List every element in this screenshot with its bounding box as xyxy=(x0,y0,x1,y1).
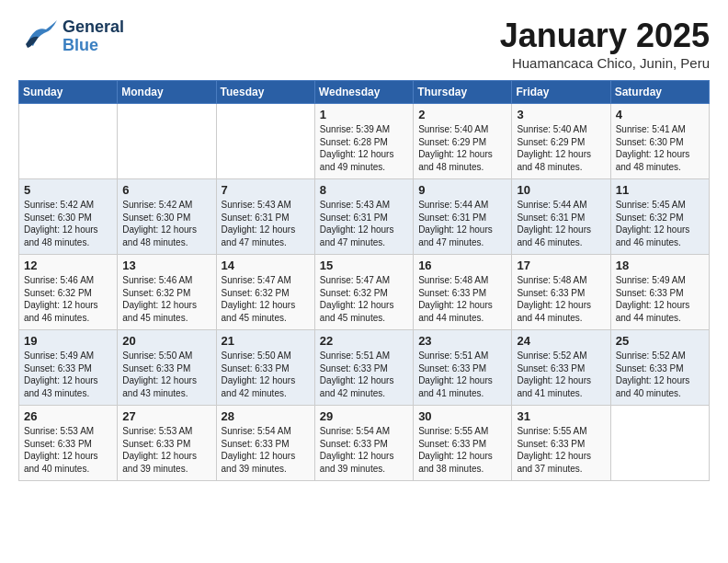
cell-w4-d3: 21Sunrise: 5:50 AMSunset: 6:33 PMDayligh… xyxy=(216,330,314,406)
cell-info: Sunrise: 5:49 AMSunset: 6:33 PMDaylight:… xyxy=(24,350,112,399)
day-number: 3 xyxy=(517,108,605,121)
day-number: 19 xyxy=(24,334,112,348)
cell-w5-d4: 29Sunrise: 5:54 AMSunset: 6:33 PMDayligh… xyxy=(314,406,413,481)
day-number: 31 xyxy=(517,409,605,423)
cell-w5-d6: 31Sunrise: 5:55 AMSunset: 6:33 PMDayligh… xyxy=(512,406,610,481)
day-number: 24 xyxy=(517,334,605,348)
cell-w1-d2 xyxy=(118,104,216,179)
day-number: 21 xyxy=(222,334,310,348)
cell-w4-d1: 19Sunrise: 5:49 AMSunset: 6:33 PMDayligh… xyxy=(19,330,118,406)
cell-w3-d4: 15Sunrise: 5:47 AMSunset: 6:32 PMDayligh… xyxy=(314,255,413,330)
calendar-table: Sunday Monday Tuesday Wednesday Thursday… xyxy=(18,80,710,481)
cell-w4-d6: 24Sunrise: 5:52 AMSunset: 6:33 PMDayligh… xyxy=(512,330,610,406)
month-title: January 2025 xyxy=(500,17,710,55)
col-tuesday: Tuesday xyxy=(216,81,314,104)
cell-info: Sunrise: 5:54 AMSunset: 6:33 PMDaylight:… xyxy=(320,425,408,475)
cell-info: Sunrise: 5:55 AMSunset: 6:33 PMDaylight:… xyxy=(517,425,605,475)
cell-info: Sunrise: 5:45 AMSunset: 6:32 PMDaylight:… xyxy=(616,199,704,248)
cell-info: Sunrise: 5:52 AMSunset: 6:33 PMDaylight:… xyxy=(616,350,704,399)
page: General Blue January 2025 Huamancaca Chi… xyxy=(0,0,728,563)
col-sunday: Sunday xyxy=(19,81,118,104)
cell-info: Sunrise: 5:44 AMSunset: 6:31 PMDaylight:… xyxy=(517,199,605,248)
cell-w1-d1 xyxy=(19,104,118,179)
day-number: 15 xyxy=(320,259,408,272)
day-number: 26 xyxy=(24,409,112,423)
day-number: 23 xyxy=(418,334,506,348)
cell-w5-d2: 27Sunrise: 5:53 AMSunset: 6:33 PMDayligh… xyxy=(118,406,216,481)
day-number: 5 xyxy=(24,183,112,197)
logo-blue-text: Blue xyxy=(63,37,124,55)
cell-w3-d3: 14Sunrise: 5:47 AMSunset: 6:32 PMDayligh… xyxy=(216,255,314,330)
day-number: 13 xyxy=(122,259,210,272)
day-number: 8 xyxy=(320,183,408,197)
cell-info: Sunrise: 5:47 AMSunset: 6:32 PMDaylight:… xyxy=(222,274,310,324)
day-number: 14 xyxy=(222,259,310,272)
cell-info: Sunrise: 5:50 AMSunset: 6:33 PMDaylight:… xyxy=(122,350,210,399)
cell-w5-d7 xyxy=(610,406,709,481)
day-number: 2 xyxy=(418,108,506,121)
col-saturday: Saturday xyxy=(610,81,709,104)
cell-info: Sunrise: 5:44 AMSunset: 6:31 PMDaylight:… xyxy=(418,199,506,248)
cell-info: Sunrise: 5:46 AMSunset: 6:32 PMDaylight:… xyxy=(24,274,112,324)
cell-w3-d1: 12Sunrise: 5:46 AMSunset: 6:32 PMDayligh… xyxy=(19,255,118,330)
cell-w4-d7: 25Sunrise: 5:52 AMSunset: 6:33 PMDayligh… xyxy=(610,330,709,406)
cell-w1-d4: 1Sunrise: 5:39 AMSunset: 6:28 PMDaylight… xyxy=(314,104,413,179)
cell-info: Sunrise: 5:48 AMSunset: 6:33 PMDaylight:… xyxy=(517,274,605,324)
cell-info: Sunrise: 5:53 AMSunset: 6:33 PMDaylight:… xyxy=(24,425,112,475)
day-number: 25 xyxy=(616,334,704,348)
cell-info: Sunrise: 5:40 AMSunset: 6:29 PMDaylight:… xyxy=(517,123,605,173)
cell-w1-d6: 3Sunrise: 5:40 AMSunset: 6:29 PMDaylight… xyxy=(512,104,610,179)
cell-w2-d4: 8Sunrise: 5:43 AMSunset: 6:31 PMDaylight… xyxy=(314,179,413,255)
title-block: January 2025 Huamancaca Chico, Junin, Pe… xyxy=(500,17,710,71)
subtitle: Huamancaca Chico, Junin, Peru xyxy=(500,55,710,71)
day-number: 29 xyxy=(320,409,408,423)
cell-info: Sunrise: 5:51 AMSunset: 6:33 PMDaylight:… xyxy=(320,350,408,399)
col-wednesday: Wednesday xyxy=(314,81,413,104)
cell-info: Sunrise: 5:48 AMSunset: 6:33 PMDaylight:… xyxy=(418,274,506,324)
cell-info: Sunrise: 5:49 AMSunset: 6:33 PMDaylight:… xyxy=(616,274,704,324)
cell-w3-d7: 18Sunrise: 5:49 AMSunset: 6:33 PMDayligh… xyxy=(610,255,709,330)
cell-w5-d5: 30Sunrise: 5:55 AMSunset: 6:33 PMDayligh… xyxy=(414,406,512,481)
cell-info: Sunrise: 5:42 AMSunset: 6:30 PMDaylight:… xyxy=(24,199,112,248)
cell-w4-d2: 20Sunrise: 5:50 AMSunset: 6:33 PMDayligh… xyxy=(118,330,216,406)
cell-w2-d7: 11Sunrise: 5:45 AMSunset: 6:32 PMDayligh… xyxy=(610,179,709,255)
cell-w3-d6: 17Sunrise: 5:48 AMSunset: 6:33 PMDayligh… xyxy=(512,255,610,330)
cell-info: Sunrise: 5:47 AMSunset: 6:32 PMDaylight:… xyxy=(320,274,408,324)
day-number: 16 xyxy=(418,259,506,272)
cell-info: Sunrise: 5:50 AMSunset: 6:33 PMDaylight:… xyxy=(222,350,310,399)
logo-general-text: General xyxy=(63,18,124,37)
day-number: 9 xyxy=(418,183,506,197)
cell-info: Sunrise: 5:51 AMSunset: 6:33 PMDaylight:… xyxy=(418,350,506,399)
calendar-body: 1Sunrise: 5:39 AMSunset: 6:28 PMDaylight… xyxy=(19,104,710,481)
cell-w3-d2: 13Sunrise: 5:46 AMSunset: 6:32 PMDayligh… xyxy=(118,255,216,330)
week-row-4: 19Sunrise: 5:49 AMSunset: 6:33 PMDayligh… xyxy=(19,330,710,406)
cell-info: Sunrise: 5:41 AMSunset: 6:30 PMDaylight:… xyxy=(616,123,704,173)
cell-info: Sunrise: 5:40 AMSunset: 6:29 PMDaylight:… xyxy=(418,123,506,173)
cell-info: Sunrise: 5:53 AMSunset: 6:33 PMDaylight:… xyxy=(122,425,210,475)
cell-w4-d4: 22Sunrise: 5:51 AMSunset: 6:33 PMDayligh… xyxy=(314,330,413,406)
cell-w2-d6: 10Sunrise: 5:44 AMSunset: 6:31 PMDayligh… xyxy=(512,179,610,255)
day-number: 30 xyxy=(418,409,506,423)
week-row-5: 26Sunrise: 5:53 AMSunset: 6:33 PMDayligh… xyxy=(19,406,710,481)
cell-w1-d7: 4Sunrise: 5:41 AMSunset: 6:30 PMDaylight… xyxy=(610,104,709,179)
cell-w3-d5: 16Sunrise: 5:48 AMSunset: 6:33 PMDayligh… xyxy=(414,255,512,330)
day-number: 6 xyxy=(122,183,210,197)
week-row-1: 1Sunrise: 5:39 AMSunset: 6:28 PMDaylight… xyxy=(19,104,710,179)
cell-info: Sunrise: 5:43 AMSunset: 6:31 PMDaylight:… xyxy=(222,199,310,248)
cell-w2-d1: 5Sunrise: 5:42 AMSunset: 6:30 PMDaylight… xyxy=(19,179,118,255)
col-friday: Friday xyxy=(512,81,610,104)
day-number: 28 xyxy=(222,409,310,423)
col-thursday: Thursday xyxy=(414,81,512,104)
day-number: 22 xyxy=(320,334,408,348)
day-number: 18 xyxy=(616,259,704,272)
cell-w1-d5: 2Sunrise: 5:40 AMSunset: 6:29 PMDaylight… xyxy=(414,104,512,179)
day-number: 12 xyxy=(24,259,112,272)
cell-info: Sunrise: 5:39 AMSunset: 6:28 PMDaylight:… xyxy=(320,123,408,173)
cell-w2-d2: 6Sunrise: 5:42 AMSunset: 6:30 PMDaylight… xyxy=(118,179,216,255)
cell-w4-d5: 23Sunrise: 5:51 AMSunset: 6:33 PMDayligh… xyxy=(414,330,512,406)
header-row: Sunday Monday Tuesday Wednesday Thursday… xyxy=(19,81,710,104)
cell-info: Sunrise: 5:54 AMSunset: 6:33 PMDaylight:… xyxy=(222,425,310,475)
day-number: 17 xyxy=(517,259,605,272)
week-row-2: 5Sunrise: 5:42 AMSunset: 6:30 PMDaylight… xyxy=(19,179,710,255)
cell-w1-d3 xyxy=(216,104,314,179)
